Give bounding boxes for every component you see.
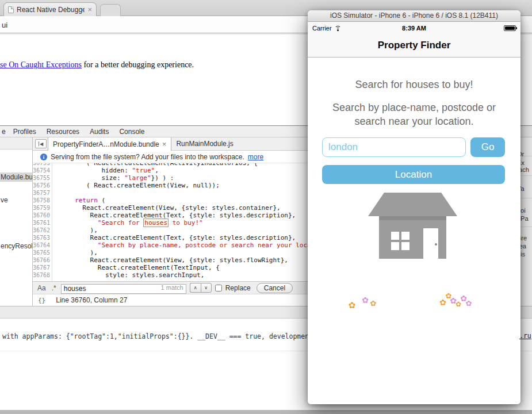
simulator-status-bar: Carrier 8:39 AM <box>308 22 520 34</box>
match-case-toggle[interactable]: Aa <box>36 284 47 292</box>
console-log-line: with appParams: {"rootTag":1,"initialPro… <box>2 332 321 340</box>
code-segment: React.createElement(View, {style: styles… <box>56 204 281 212</box>
battery-icon <box>504 25 516 31</box>
house-window <box>391 232 409 250</box>
search-steppers: ∧ ∨ <box>190 283 212 293</box>
replace-checkbox[interactable] <box>215 285 222 292</box>
house-door <box>423 228 438 259</box>
code-segment: ), <box>56 249 98 256</box>
browser-tab-stub[interactable] <box>100 4 121 16</box>
workspace-more-link[interactable]: more <box>248 153 263 161</box>
pretty-print-icon[interactable]: {} <box>38 297 45 304</box>
line-number[interactable]: 36759 <box>33 204 52 212</box>
code-line: style: styles.searchInput, <box>56 271 334 279</box>
code-line: size: "large"}) ) : <box>56 174 334 182</box>
line-number[interactable]: 36757 <box>33 189 52 197</box>
tab-close-icon[interactable]: × <box>87 7 92 13</box>
line-number[interactable]: 36758 <box>33 197 52 204</box>
line-number[interactable]: 36768 <box>33 271 52 279</box>
house-roof <box>368 193 457 216</box>
code-segment: to buy!" <box>169 219 203 227</box>
code-line: hidden: "true", <box>56 167 334 174</box>
code-segment: style: styles.searchInput, <box>56 271 204 279</box>
house-eave-shadow <box>379 216 446 220</box>
navigator-file-item[interactable]: encyResolv <box>0 241 32 251</box>
line-number[interactable]: 36763 <box>33 234 52 241</box>
code-line: React.createElement(Text, {style: styles… <box>56 234 334 241</box>
go-button[interactable]: Go <box>470 137 505 157</box>
code-segment: React.createElement(TextInput, { <box>56 264 220 271</box>
line-number-gutter[interactable]: 3675336754367553675636757367583675936760… <box>33 163 52 279</box>
url-text: ui <box>2 21 7 29</box>
browser-tab-react-native-debugger[interactable]: React Native Debugger × <box>3 2 97 16</box>
code-segment: , <box>155 167 159 174</box>
line-number[interactable]: 36762 <box>33 227 52 234</box>
flower-icon: ✿ <box>362 296 369 304</box>
status-time: 8:39 AM <box>308 25 520 32</box>
hide-navigator-icon[interactable]: ◀ <box>35 139 47 148</box>
line-number[interactable]: 36764 <box>33 241 52 249</box>
file-tab[interactable]: RunMainModule.js <box>171 137 238 150</box>
line-number[interactable]: 36760 <box>33 212 52 219</box>
app-title: Property Finder <box>378 40 451 51</box>
code-segment: return <box>75 197 98 204</box>
devtools-panel-tab-e[interactable]: e <box>2 128 8 136</box>
code-line: React.createElement(View, {style: styles… <box>56 204 334 212</box>
code-segment: ), <box>56 227 98 234</box>
location-button[interactable]: Location <box>322 165 505 184</box>
pause-on-caught-exceptions-link[interactable]: se On Caught Exceptions <box>0 60 82 69</box>
search-match-highlight: houses <box>143 218 169 227</box>
code-segment <box>56 241 98 249</box>
devtools-panel-tab-audits[interactable]: Audits <box>85 128 114 136</box>
info-icon: i <box>40 154 47 160</box>
search-row: Go <box>322 137 505 157</box>
page-favicon-icon <box>8 6 14 13</box>
code-segment: React.createElement(Text, {style: styles… <box>56 212 296 219</box>
code-line <box>56 189 334 197</box>
app-nav-bar: Property Finder <box>308 34 520 57</box>
page-paragraph: se On Caught Exceptions for a better deb… <box>0 60 194 70</box>
replace-label: Replace <box>225 284 251 292</box>
regex-toggle[interactable]: .* <box>51 284 58 292</box>
code-segment: "Search for <box>98 219 143 227</box>
window-bottom-edge <box>0 410 532 414</box>
simulator-title-bar[interactable]: iOS Simulator - iPhone 6 - iPhone 6 / iO… <box>308 10 520 22</box>
devtools-panel-tab-console[interactable]: Console <box>114 128 150 136</box>
code-segment: ( <box>98 197 105 204</box>
code-line: React.createElement(TextInput, { <box>56 264 334 271</box>
line-number[interactable]: 36756 <box>33 182 52 189</box>
cancel-button[interactable]: Cancel <box>257 283 293 293</box>
file-tab[interactable]: PropertyFinderA…nModule.bundle× <box>48 137 171 151</box>
code-segment: "Search by place-name, postcode or searc… <box>98 241 334 249</box>
navigator-file-item[interactable]: Module.bu <box>0 172 32 182</box>
line-number[interactable]: 36761 <box>33 219 52 227</box>
flower-icon: ✿ <box>349 301 356 309</box>
line-number[interactable]: 36766 <box>33 256 52 264</box>
devtools-panel-tab-profiles[interactable]: Profiles <box>8 128 41 136</box>
navigator-file-item[interactable]: ve <box>0 195 32 205</box>
next-match-button[interactable]: ∨ <box>201 283 212 293</box>
match-count: 1 match <box>161 284 183 291</box>
code-line: ), <box>56 227 334 234</box>
door-knob <box>435 243 437 246</box>
file-tab-close-icon[interactable]: × <box>162 140 167 148</box>
code-line: ), <box>56 249 334 256</box>
console-link-fragment[interactable]: .ru <box>519 332 531 340</box>
flower-icon: ✿ <box>466 300 472 307</box>
line-number[interactable]: 36755 <box>33 174 52 182</box>
gutter-divider <box>52 163 52 281</box>
code-lines[interactable]: ( React.createElement(ActivityIndicatorI… <box>56 163 334 279</box>
line-number[interactable]: 36765 <box>33 249 52 256</box>
place-search-input[interactable] <box>322 137 466 157</box>
code-segment: }) ) : <box>151 174 174 182</box>
devtools-panel-tab-resources[interactable]: Resources <box>41 128 85 136</box>
line-number[interactable]: 36754 <box>33 167 52 174</box>
ios-simulator-window: iOS Simulator - iPhone 6 - iPhone 6 / iO… <box>308 10 520 404</box>
code-segment: React.createElement(View, {style: styles… <box>56 256 288 264</box>
previous-match-button[interactable]: ∧ <box>190 283 201 293</box>
devtools-file-navigator: Module.buveencyResolv <box>0 137 33 306</box>
browser-tab-title: React Native Debugger <box>17 6 85 14</box>
line-number[interactable]: 36767 <box>33 264 52 271</box>
code-line: React.createElement(View, {style: styles… <box>56 256 334 264</box>
screenshot-canvas: React Native Debugger × ui se On Caught … <box>0 0 532 414</box>
